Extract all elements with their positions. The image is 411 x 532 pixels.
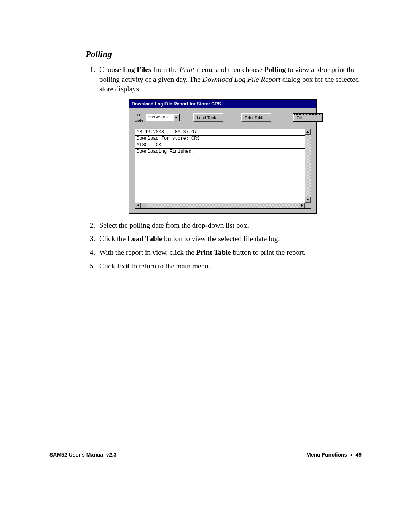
file-date-label: File Date <box>135 112 143 123</box>
scroll-down-icon[interactable] <box>305 197 311 203</box>
section-heading: Polling <box>86 50 362 59</box>
bold: Load Table <box>127 235 162 243</box>
bold: Log Files <box>123 66 151 73</box>
svg-marker-4 <box>301 204 303 207</box>
text: Click <box>99 262 117 270</box>
scroll-left-icon[interactable] <box>135 203 141 208</box>
log-line: MISC - OK <box>135 142 305 149</box>
step-2: Select the polling date from the drop-do… <box>97 220 362 230</box>
bold: Polling <box>264 66 286 73</box>
text: With the report in view, click the <box>99 248 196 256</box>
svg-marker-1 <box>306 131 309 133</box>
scroll-up-icon[interactable] <box>305 129 311 135</box>
text: menu, and then choose <box>194 66 264 73</box>
italic: Print <box>180 66 194 73</box>
svg-marker-3 <box>137 204 139 207</box>
page-footer: SAM52 User's Manual v2.3 Menu Functions … <box>49 449 362 458</box>
load-table-button[interactable]: Load Table <box>193 113 223 122</box>
chevron-down-icon[interactable] <box>173 114 179 121</box>
scroll-right-icon[interactable] <box>299 203 305 208</box>
download-log-dialog: Download Log File Report for Store: CRS … <box>129 99 317 214</box>
log-line: 03-19-2003 09:37:07 <box>135 129 305 136</box>
exit-button[interactable]: Exit <box>293 113 323 122</box>
footer-left: SAM52 User's Manual v2.3 <box>49 452 116 458</box>
file-date-value[interactable]: 03192003 <box>146 114 173 121</box>
horizontal-scrollbar[interactable] <box>135 203 305 208</box>
footer-section: Menu Functions <box>306 452 347 458</box>
text: button to view the selected file date lo… <box>162 235 280 243</box>
dialog-titlebar: Download Log File Report for Store: CRS <box>129 100 316 108</box>
bullet-icon: ● <box>350 453 352 457</box>
text: to return to the main menu. <box>130 262 210 270</box>
text: button to print the report. <box>231 248 306 256</box>
file-date-dropdown[interactable]: 03192003 <box>146 114 180 121</box>
bold: Print Table <box>196 248 231 256</box>
log-line: Download for store: CRS <box>135 136 305 142</box>
vertical-scrollbar[interactable] <box>305 129 311 203</box>
step-4: With the report in view, click the Print… <box>97 248 362 257</box>
text: Choose <box>99 66 123 73</box>
bold: Exit <box>117 262 130 270</box>
footer-page-number: 49 <box>355 452 362 458</box>
scrollbar-corner <box>305 203 311 208</box>
step-3: Click the Load Table button to view the … <box>97 234 362 244</box>
svg-marker-0 <box>175 117 178 118</box>
log-output: 03-19-2003 09:37:07 Download for store: … <box>135 129 311 209</box>
scroll-thumb[interactable] <box>141 203 147 208</box>
log-line: Downloading Finished. <box>135 149 305 155</box>
text: from the <box>151 66 179 73</box>
print-table-button[interactable]: Print Table <box>241 113 271 122</box>
steps-list: Choose Log Files from the Print menu, an… <box>86 65 362 271</box>
step-1: Choose Log Files from the Print menu, an… <box>97 65 362 214</box>
svg-marker-2 <box>306 199 309 200</box>
text: Click the <box>99 235 127 243</box>
step-5: Click Exit to return to the main menu. <box>97 261 362 271</box>
italic: Download Log File Report <box>202 75 280 83</box>
